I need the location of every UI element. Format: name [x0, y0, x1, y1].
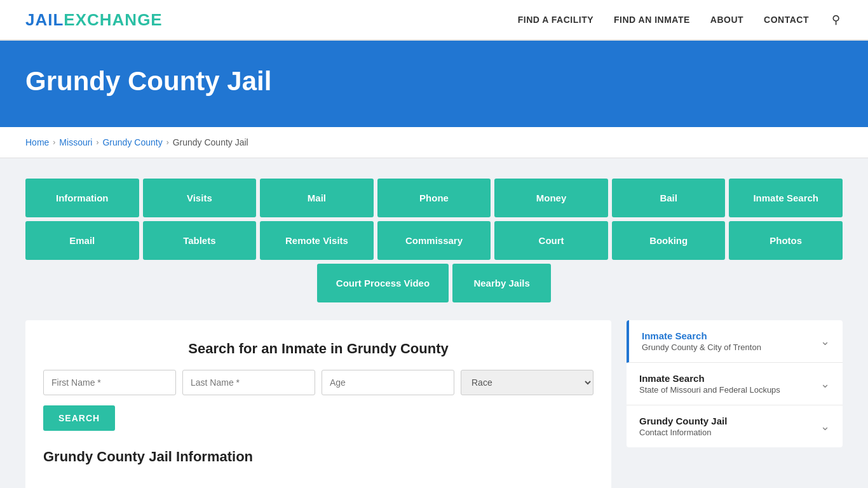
- site-logo[interactable]: JAILEXCHANGE: [25, 10, 163, 30]
- main-content: Information Visits Mail Phone Money Bail…: [0, 158, 868, 488]
- sidebar-item-2[interactable]: Inmate Search State of Missouri and Fede…: [627, 363, 843, 405]
- sidebar-item-3[interactable]: Grundy County Jail Contact Information ⌄: [627, 405, 843, 447]
- content-row: Search for an Inmate in Grundy County Ra…: [25, 320, 843, 488]
- breadcrumb-home[interactable]: Home: [25, 137, 49, 147]
- breadcrumb-sep-1: ›: [53, 138, 55, 147]
- category-buttons-row2: Email Tablets Remote Visits Commissary C…: [25, 221, 843, 260]
- sidebar-item-2-subtitle: State of Missouri and Federal Lockups: [639, 385, 780, 395]
- chevron-down-icon-2: ⌄: [820, 377, 830, 391]
- btn-phone[interactable]: Phone: [377, 179, 491, 217]
- header-search-button[interactable]: ⚲: [829, 10, 843, 29]
- inmate-search-panel: Search for an Inmate in Grundy County Ra…: [25, 320, 611, 488]
- btn-mail[interactable]: Mail: [260, 179, 374, 217]
- btn-tablets[interactable]: Tablets: [143, 221, 257, 260]
- sidebar-item-1-subtitle: Grundy County & City of Trenton: [642, 342, 761, 352]
- sidebar-card: Inmate Search Grundy County & City of Tr…: [627, 320, 843, 447]
- nav-find-inmate[interactable]: FIND AN INMATE: [614, 15, 690, 25]
- search-button[interactable]: SEARCH: [43, 405, 115, 431]
- btn-visits[interactable]: Visits: [143, 179, 257, 217]
- chevron-down-icon-3: ⌄: [820, 419, 830, 433]
- breadcrumb: Home › Missouri › Grundy County › Grundy…: [0, 127, 868, 158]
- sidebar-item-1-title: Inmate Search: [642, 330, 761, 341]
- age-input[interactable]: [322, 370, 454, 395]
- race-select[interactable]: Race: [461, 370, 593, 395]
- search-fields: Race: [43, 370, 593, 395]
- sidebar: Inmate Search Grundy County & City of Tr…: [627, 320, 843, 450]
- breadcrumb-sep-3: ›: [166, 138, 169, 147]
- last-name-input[interactable]: [182, 370, 315, 395]
- logo-exchange: EXCHANGE: [64, 10, 162, 29]
- btn-bail[interactable]: Bail: [612, 179, 726, 217]
- search-title: Search for an Inmate in Grundy County: [43, 341, 593, 357]
- btn-email[interactable]: Email: [25, 221, 139, 260]
- first-name-input[interactable]: [43, 370, 176, 395]
- sidebar-item-1-text: Inmate Search Grundy County & City of Tr…: [642, 330, 761, 352]
- btn-commissary[interactable]: Commissary: [377, 221, 491, 260]
- chevron-down-icon-1: ⌄: [820, 334, 830, 348]
- breadcrumb-current: Grundy County Jail: [173, 137, 248, 147]
- breadcrumb-sep-2: ›: [96, 138, 98, 147]
- category-buttons-row3: Court Process Video Nearby Jails: [25, 264, 843, 302]
- category-buttons-row1: Information Visits Mail Phone Money Bail…: [25, 179, 843, 217]
- nav-about[interactable]: ABOUT: [710, 15, 743, 25]
- btn-court[interactable]: Court: [494, 221, 608, 260]
- site-header: JAILEXCHANGE FIND A FACILITY FIND AN INM…: [0, 0, 868, 41]
- btn-nearby-jails[interactable]: Nearby Jails: [452, 264, 551, 302]
- breadcrumb-missouri[interactable]: Missouri: [59, 137, 92, 147]
- btn-photos[interactable]: Photos: [729, 221, 843, 260]
- btn-booking[interactable]: Booking: [612, 221, 726, 260]
- sidebar-item-3-subtitle: Contact Information: [639, 428, 727, 437]
- nav-find-facility[interactable]: FIND A FACILITY: [518, 15, 593, 25]
- hero-banner: Grundy County Jail: [0, 41, 868, 127]
- sidebar-item-3-text: Grundy County Jail Contact Information: [639, 416, 727, 437]
- btn-court-process-video[interactable]: Court Process Video: [317, 264, 449, 302]
- nav-contact[interactable]: CONTACT: [764, 15, 809, 25]
- breadcrumb-grundy-county[interactable]: Grundy County: [102, 137, 162, 147]
- sidebar-item-2-title: Inmate Search: [639, 373, 780, 384]
- btn-information[interactable]: Information: [25, 179, 139, 217]
- btn-inmate-search[interactable]: Inmate Search: [729, 179, 843, 217]
- logo-jail: JAIL: [25, 10, 64, 29]
- btn-remote-visits[interactable]: Remote Visits: [260, 221, 374, 260]
- info-section-heading: Grundy County Jail Information: [43, 449, 593, 465]
- btn-money[interactable]: Money: [494, 179, 608, 217]
- sidebar-item-3-title: Grundy County Jail: [639, 416, 727, 426]
- page-title: Grundy County Jail: [25, 66, 843, 97]
- sidebar-item-2-text: Inmate Search State of Missouri and Fede…: [639, 373, 780, 395]
- main-nav: FIND A FACILITY FIND AN INMATE ABOUT CON…: [518, 10, 843, 29]
- sidebar-item-1[interactable]: Inmate Search Grundy County & City of Tr…: [627, 320, 843, 363]
